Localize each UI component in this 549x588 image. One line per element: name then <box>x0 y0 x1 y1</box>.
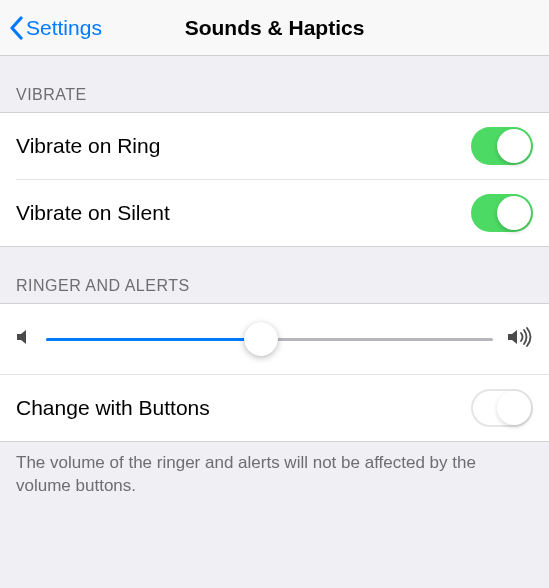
ringer-group: Change with Buttons <box>0 303 549 442</box>
slider-fill <box>46 338 261 341</box>
vibrate-on-silent-toggle[interactable] <box>471 194 533 232</box>
switch-knob <box>497 129 531 163</box>
vibrate-on-ring-toggle[interactable] <box>471 127 533 165</box>
switch-knob <box>497 196 531 230</box>
vibrate-on-silent-row: Vibrate on Silent <box>16 179 549 246</box>
volume-max-icon <box>507 327 533 351</box>
section-header-ringer: Ringer and Alerts <box>0 247 549 303</box>
section-header-vibrate: Vibrate <box>0 56 549 112</box>
vibrate-on-ring-row: Vibrate on Ring <box>0 113 549 179</box>
change-with-buttons-toggle[interactable] <box>471 389 533 427</box>
chevron-left-icon <box>8 16 24 40</box>
ringer-footer-text: The volume of the ringer and alerts will… <box>0 442 549 508</box>
row-label: Vibrate on Ring <box>16 134 160 158</box>
ringer-volume-row <box>0 304 549 374</box>
back-button[interactable]: Settings <box>8 16 102 40</box>
row-label: Vibrate on Silent <box>16 201 170 225</box>
slider-thumb[interactable] <box>244 322 278 356</box>
volume-min-icon <box>16 328 32 350</box>
switch-knob <box>497 391 531 425</box>
vibrate-group: Vibrate on Ring Vibrate on Silent <box>0 112 549 247</box>
row-label: Change with Buttons <box>16 396 210 420</box>
back-label: Settings <box>26 16 102 40</box>
navigation-bar: Settings Sounds & Haptics <box>0 0 549 56</box>
ringer-volume-slider[interactable] <box>46 322 493 356</box>
change-with-buttons-row: Change with Buttons <box>0 374 549 441</box>
